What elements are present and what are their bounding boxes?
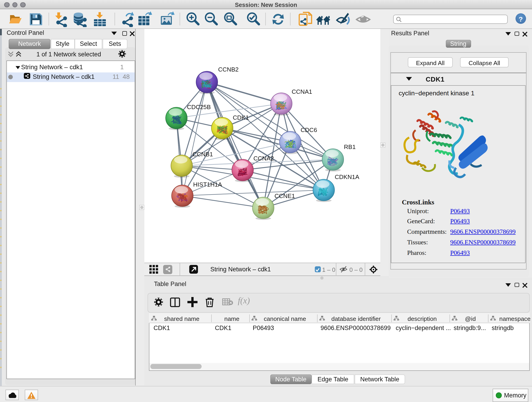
svg-text:HIST1H1A: HIST1H1A [193, 181, 222, 188]
svg-text:CCNE1: CCNE1 [274, 192, 295, 199]
svg-text:CDC6: CDC6 [301, 126, 317, 133]
svg-text:CDC25B: CDC25B [187, 103, 211, 110]
svg-text:CCNA1: CCNA1 [292, 88, 312, 95]
svg-text:CCNB2: CCNB2 [218, 66, 239, 73]
svg-text:CDK1: CDK1 [233, 114, 249, 121]
svg-text:CCNA2: CCNA2 [253, 155, 274, 162]
svg-text:CCNB1: CCNB1 [192, 151, 213, 157]
svg-text:RB1: RB1 [344, 143, 355, 150]
svg-text:CDKN1A: CDKN1A [335, 173, 359, 180]
